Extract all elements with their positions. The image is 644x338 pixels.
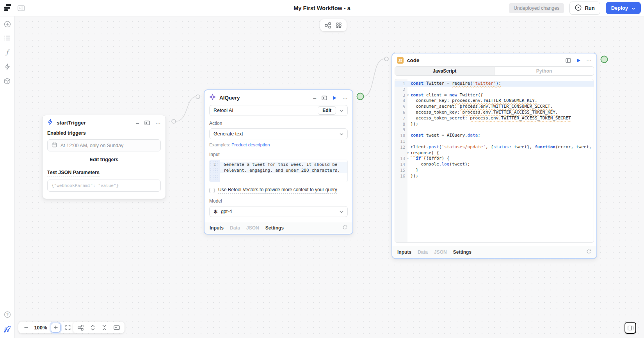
tab-json[interactable]: JSON: [246, 225, 259, 231]
blocks-list-button[interactable]: [4, 35, 11, 41]
code-text: consumer_key: process.env.TWITTER_CONSUM…: [411, 98, 537, 104]
tab-inputs[interactable]: Inputs: [397, 249, 411, 255]
graph-view-button[interactable]: [325, 22, 331, 28]
functions-button[interactable]: ƒ: [6, 48, 9, 56]
toggle-minimap-button[interactable]: [624, 322, 636, 334]
code-line: 4 consumer_key: process.env.TWITTER_CONS…: [395, 98, 594, 104]
fold-arrow-icon[interactable]: ∨: [405, 93, 411, 98]
play-circle-icon: [575, 4, 582, 12]
fold-spacer: [405, 104, 411, 110]
fold-arrow-icon[interactable]: ∨: [405, 150, 411, 156]
model-value: gpt-4: [221, 209, 232, 214]
fold-spacer: [405, 167, 411, 173]
expand-all-button[interactable]: [90, 325, 95, 331]
aiquery-success-handle[interactable]: [357, 93, 364, 100]
line-number: 8: [395, 121, 405, 127]
resource-select[interactable]: Retool AI Edit: [209, 105, 348, 116]
tab-python[interactable]: Python: [494, 67, 594, 75]
aiquery-header[interactable]: AIQuery – ⋯: [205, 90, 352, 104]
tab-javascript[interactable]: JavaScript: [395, 67, 494, 75]
zoom-out-button[interactable]: [22, 325, 30, 330]
vectors-checkbox[interactable]: [209, 188, 215, 193]
chevron-down-icon: [340, 108, 343, 113]
open-panel-icon[interactable]: [566, 58, 571, 63]
vectors-checkbox-label[interactable]: Use Retool Vectors to provide more conte…: [218, 187, 337, 194]
code-success-handle[interactable]: [601, 56, 608, 63]
node-starttrigger[interactable]: startTrigger – ⋯ Enabled triggers At 12:…: [42, 115, 166, 199]
onboarding-rocket-button[interactable]: [4, 326, 11, 333]
run-block-icon[interactable]: [576, 58, 581, 63]
code-line: ∨response) {: [395, 150, 594, 156]
tab-settings[interactable]: Settings: [453, 249, 471, 255]
fold-spacer: [405, 98, 411, 104]
code-input-port[interactable]: [384, 57, 388, 61]
code-text: access_token_key: process.env.TWITTER_AC…: [411, 110, 558, 116]
collapse-all-button[interactable]: [102, 325, 107, 331]
tab-data[interactable]: Data: [230, 225, 240, 231]
code-line: 3∨const client = new Twitter({: [395, 93, 594, 98]
prompt-editor[interactable]: 1 Generate a tweet for this week. It sho…: [209, 160, 348, 182]
node-aiquery[interactable]: AIQuery – ⋯ Retool AI Edit Action Genera…: [204, 89, 353, 235]
refresh-icon[interactable]: [586, 249, 591, 255]
refresh-icon[interactable]: [342, 225, 347, 231]
edit-resource-button[interactable]: Edit: [318, 106, 336, 115]
code-text: });: [411, 121, 418, 127]
run-button[interactable]: Run: [569, 2, 600, 15]
vectors-option-row[interactable]: Use Retool Vectors to provide more conte…: [209, 187, 348, 194]
workflow-canvas[interactable]: startTrigger – ⋯ Enabled triggers At 12:…: [15, 16, 644, 338]
action-select[interactable]: Generate text: [209, 128, 348, 139]
open-panel-icon[interactable]: [322, 95, 327, 101]
code-text: consumer_secret: process.env.TWITTER_CON…: [411, 104, 553, 110]
starttrigger-output-port[interactable]: [172, 119, 176, 123]
tab-settings[interactable]: Settings: [265, 225, 284, 231]
list-view-button[interactable]: [336, 22, 342, 28]
tab-data[interactable]: Data: [418, 249, 428, 255]
resources-button[interactable]: [4, 78, 11, 85]
starttrigger-header[interactable]: startTrigger – ⋯: [43, 115, 165, 129]
more-options-icon[interactable]: ⋯: [586, 59, 592, 62]
minimize-node-icon[interactable]: –: [136, 121, 139, 125]
fold-spacer: [405, 121, 411, 127]
line-number: 4: [395, 98, 405, 104]
fit-view-button[interactable]: [63, 325, 73, 330]
fold-spacer: [405, 173, 411, 179]
triggers-button[interactable]: [4, 63, 11, 70]
edit-triggers-button[interactable]: Edit triggers: [47, 157, 161, 162]
toggle-left-panel-button[interactable]: [18, 5, 25, 11]
deploy-button[interactable]: Deploy: [606, 2, 641, 14]
retool-logo-icon[interactable]: [4, 3, 12, 13]
trigger-schedule-field[interactable]: At 12:00 AM, only on Sunday: [47, 139, 161, 151]
minimize-node-icon[interactable]: –: [557, 59, 560, 62]
minimize-node-icon[interactable]: –: [313, 96, 316, 100]
code-header[interactable]: JS code – ⋯: [392, 53, 596, 66]
more-options-icon[interactable]: ⋯: [155, 121, 161, 125]
line-number: 13: [395, 156, 405, 162]
code-text: const Twitter = require('twitter');: [411, 81, 501, 87]
chevron-down-icon: [632, 5, 635, 11]
code-editor[interactable]: 1const Twitter = require('twitter');23∨c…: [395, 79, 594, 243]
run-block-icon[interactable]: [333, 96, 337, 100]
examples-label: Examples:: [209, 142, 230, 147]
fold-spacer: [405, 127, 411, 133]
add-block-button[interactable]: [4, 21, 11, 28]
code-line: 13∨ if (!error) {: [395, 156, 594, 162]
code-text: access_token_secret: process.env.TWITTER…: [411, 116, 571, 121]
fold-arrow-icon[interactable]: ∨: [405, 156, 411, 162]
rename-blocks-button[interactable]: [114, 325, 120, 330]
more-options-icon[interactable]: ⋯: [342, 96, 348, 100]
line-number: 2: [395, 87, 405, 93]
prompt-text-line: Generate a tweet for this week. It shoul…: [220, 162, 347, 168]
model-select[interactable]: ✻ gpt-4: [209, 206, 348, 217]
test-json-parameters-input[interactable]: [47, 180, 161, 192]
auto-layout-button[interactable]: [78, 325, 84, 331]
node-code[interactable]: JS code – ⋯ JavaScript Python 1const Twi…: [391, 53, 597, 259]
product-description-link[interactable]: Product description: [231, 142, 270, 147]
aiquery-input-port[interactable]: [196, 95, 200, 99]
fold-spacer: [405, 116, 411, 121]
tab-json[interactable]: JSON: [434, 249, 447, 255]
zoom-in-button[interactable]: [51, 323, 60, 333]
function-icon: ƒ: [6, 48, 9, 56]
tab-inputs[interactable]: Inputs: [210, 225, 224, 231]
help-button[interactable]: ?: [4, 311, 11, 318]
open-panel-icon[interactable]: [144, 120, 150, 126]
